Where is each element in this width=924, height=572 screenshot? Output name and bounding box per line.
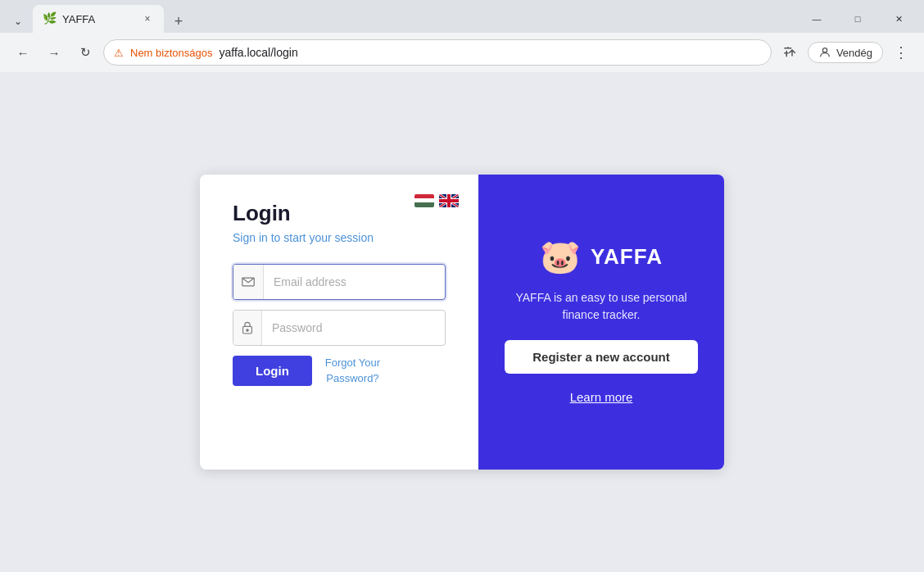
tab-title: YAFFA	[62, 13, 138, 25]
svg-rect-3	[414, 202, 434, 207]
login-button[interactable]: Login	[233, 356, 312, 386]
english-flag[interactable]	[439, 194, 459, 207]
new-tab-button[interactable]: +	[167, 10, 190, 33]
email-input[interactable]	[264, 267, 445, 297]
url-text: yaffa.local/login	[219, 46, 297, 59]
security-text: Nem biztonságos	[130, 47, 212, 59]
nav-bar: ← → ↻ ⚠ Nem biztonságos yaffa.local/logi…	[0, 33, 924, 72]
login-subtitle: Sign in to start your session	[233, 231, 446, 244]
password-input[interactable]	[262, 313, 445, 343]
tab-favicon: 🌿	[43, 12, 56, 25]
title-bar: ⌄ 🌿 YAFFA × + — □ ✕	[0, 0, 924, 33]
app-logo: 🐷	[540, 240, 581, 273]
window-controls: — □ ✕	[798, 7, 917, 31]
hungarian-flag[interactable]	[414, 194, 434, 207]
address-bar[interactable]: ⚠ Nem biztonságos yaffa.local/login	[103, 39, 772, 66]
svg-rect-12	[439, 199, 459, 202]
login-panel: Login Sign in to start your session	[200, 175, 478, 470]
form-actions: Login Forgot YourPassword?	[233, 356, 446, 386]
email-input-group	[233, 264, 446, 300]
learn-more-link[interactable]: Learn more	[570, 390, 633, 404]
page-content: Login Sign in to start your session	[0, 72, 924, 572]
svg-point-0	[822, 48, 827, 52]
browser-chrome: ⌄ 🌿 YAFFA × + — □ ✕ ← → ↻ ⚠ Nem biztonsá…	[0, 0, 924, 72]
active-tab[interactable]: 🌿 YAFFA ×	[33, 5, 164, 33]
reload-button[interactable]: ↻	[72, 39, 98, 66]
tab-history-button[interactable]: ⌄	[7, 10, 29, 33]
login-card: Login Sign in to start your session	[200, 175, 724, 470]
close-window-button[interactable]: ✕	[880, 7, 917, 31]
lock-icon	[233, 311, 262, 345]
security-warning-icon: ⚠	[114, 47, 124, 59]
tab-list: ⌄ 🌿 YAFFA × +	[7, 5, 798, 33]
forgot-password-link[interactable]: Forgot YourPassword?	[325, 356, 380, 385]
profile-button[interactable]: Vendég	[808, 42, 883, 63]
svg-point-15	[247, 329, 248, 331]
app-name: YAFFA	[591, 244, 663, 270]
register-button[interactable]: Register a new account	[505, 340, 698, 374]
forward-button[interactable]: →	[41, 39, 67, 66]
browser-menu-button[interactable]: ⋮	[888, 39, 914, 66]
tab-close-button[interactable]: ×	[141, 12, 154, 25]
login-title: Login	[233, 201, 446, 226]
email-icon	[233, 265, 264, 299]
app-description: YAFFA is an easy to use personal finance…	[505, 289, 698, 324]
password-input-group	[233, 310, 446, 346]
language-selector	[414, 194, 459, 207]
maximize-button[interactable]: □	[839, 7, 876, 31]
profile-label: Vendég	[836, 47, 872, 59]
app-header: 🐷 YAFFA	[540, 240, 663, 273]
translate-button[interactable]	[777, 39, 803, 66]
back-button[interactable]: ←	[10, 39, 36, 66]
minimize-button[interactable]: —	[798, 7, 836, 31]
promo-panel: 🐷 YAFFA YAFFA is an easy to use personal…	[478, 175, 724, 470]
